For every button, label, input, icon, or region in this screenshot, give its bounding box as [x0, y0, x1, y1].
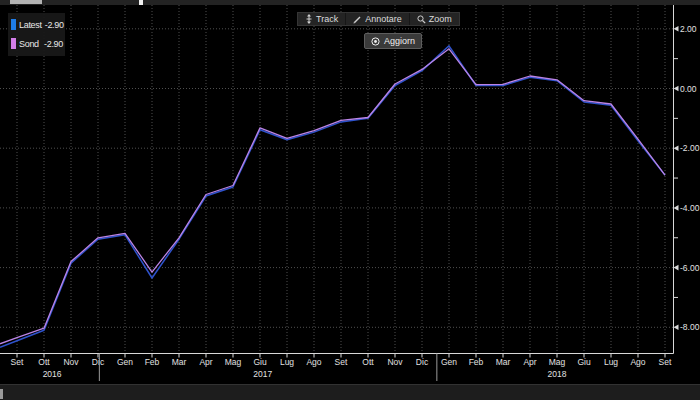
y-axis-tick-label: -4.00 — [680, 203, 700, 213]
x-axis-month-label: Mag — [225, 357, 242, 367]
legend-latest-value: -2.90 — [45, 20, 64, 30]
x-axis-month-label: Feb — [145, 357, 160, 367]
legend-sond-label: Sond — [19, 39, 41, 49]
x-axis-month-label: Dic — [416, 357, 429, 367]
refresh-button[interactable]: Aggiorn — [364, 33, 422, 49]
y-axis-tick-label: 0.00 — [680, 84, 697, 94]
y-axis-tick-label: -8.00 — [680, 322, 700, 332]
bottom-panel — [0, 384, 700, 400]
legend-item-sond[interactable]: Sond -2.90 — [11, 34, 63, 53]
x-axis-month-label: Gen — [441, 357, 457, 367]
record-circle-icon — [371, 37, 380, 46]
y-axis-tick-arrow — [674, 325, 679, 331]
x-axis-month-label: Lug — [604, 357, 618, 367]
refresh-button-label: Aggiorn — [384, 36, 415, 46]
window-corner-fragment — [0, 389, 3, 399]
track-cursor-icon — [305, 14, 313, 24]
x-axis-year-label: 2017 — [253, 369, 272, 379]
annotate-button[interactable]: Annotare — [346, 13, 410, 25]
x-axis-month-label: Giu — [253, 357, 267, 367]
x-axis-month-label: Nov — [63, 357, 79, 367]
legend-latest-label: Latest — [19, 20, 42, 30]
x-axis-month-label: Gen — [117, 357, 133, 367]
y-axis-tick-arrow — [674, 205, 679, 211]
chart-surface[interactable]: 2.000.00-2.00-4.00-6.00-8.00SetOttNovDic… — [0, 0, 700, 400]
track-button[interactable]: Track — [298, 13, 346, 25]
x-axis-month-label: Ott — [362, 357, 374, 367]
x-axis-month-label: Nov — [387, 357, 403, 367]
legend-sond-value: -2.90 — [44, 39, 63, 49]
y-axis-tick-label: -6.00 — [680, 263, 700, 273]
chart-legend: Latest -2.90 Sond -2.90 — [8, 13, 65, 56]
y-axis-tick-arrow — [674, 265, 679, 271]
sond-series-swatch — [11, 38, 16, 49]
sond-series-line — [0, 49, 665, 344]
y-axis-tick-arrow — [674, 86, 679, 92]
y-axis-tick-label: -2.00 — [680, 143, 700, 153]
track-button-label: Track — [316, 14, 338, 24]
latest-series-swatch — [11, 19, 16, 30]
x-axis-month-label: Apr — [523, 357, 536, 367]
x-axis-year-label: 2016 — [43, 369, 62, 379]
x-axis-month-label: Feb — [469, 357, 484, 367]
x-axis-month-label: Mag — [549, 357, 566, 367]
x-axis-month-label: Apr — [199, 357, 212, 367]
x-axis-month-label: Ago — [306, 357, 321, 367]
x-axis-month-label: Set — [11, 357, 24, 367]
terminal-chart-window: 2.000.00-2.00-4.00-6.00-8.00SetOttNovDic… — [0, 0, 700, 400]
y-axis-tick-label: 2.00 — [680, 24, 697, 34]
x-axis-year-label: 2018 — [548, 369, 567, 379]
x-axis-month-label: Giu — [577, 357, 591, 367]
zoom-button-label: Zoom — [429, 14, 452, 24]
latest-series-line — [0, 46, 665, 348]
x-axis-month-label: Set — [335, 357, 348, 367]
zoom-button[interactable]: Zoom — [410, 13, 459, 25]
x-axis-month-label: Dic — [92, 357, 105, 367]
legend-item-latest[interactable]: Latest -2.90 — [11, 15, 63, 34]
x-axis-month-label: Mar — [496, 357, 511, 367]
x-axis-month-label: Ott — [38, 357, 50, 367]
magnifier-icon — [417, 15, 426, 24]
x-axis-month-label: Mar — [172, 357, 187, 367]
x-axis-month-label: Ago — [630, 357, 645, 367]
chart-toolbar: Track Annotare Zoom — [297, 12, 460, 26]
y-axis-tick-arrow — [674, 26, 679, 32]
x-axis-month-label: Set — [659, 357, 672, 367]
annotate-button-label: Annotare — [365, 14, 402, 24]
y-axis-tick-arrow — [674, 145, 679, 151]
x-axis-month-label: Lug — [280, 357, 294, 367]
pencil-icon — [353, 15, 362, 24]
